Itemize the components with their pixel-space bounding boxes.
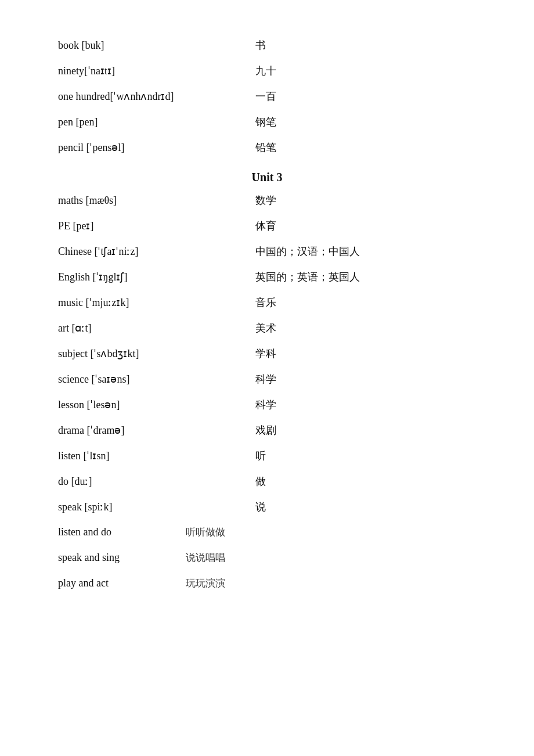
vocab-row: speak [spiːk]说 xyxy=(58,496,476,522)
vocab-row: pencil [ˈpensəl]铅笔 xyxy=(58,137,476,163)
vocab-row: music [ˈmjuːzɪk]音乐 xyxy=(58,292,476,318)
vocab-row: art [ɑːt]美术 xyxy=(58,318,476,343)
chinese-translation: 铅笔 xyxy=(255,141,276,154)
english-word: speak [spiːk] xyxy=(58,501,255,513)
vocab-row: listen and do听听做做 xyxy=(58,522,476,548)
chinese-translation: 书 xyxy=(255,38,266,52)
chinese-translation: 钢笔 xyxy=(255,115,276,129)
unit-header-label: Unit 3 xyxy=(252,171,283,184)
english-word: one hundred[ˈwʌnhʌndrɪd] xyxy=(58,90,255,103)
english-word: subject [ˈsʌbdʒɪkt] xyxy=(58,347,255,360)
english-word: pencil [ˈpensəl] xyxy=(58,141,255,154)
vocab-row: speak and sing说说唱唱 xyxy=(58,548,476,573)
vocab-row: subject [ˈsʌbdʒɪkt]学科 xyxy=(58,343,476,369)
chinese-translation: 音乐 xyxy=(255,296,276,309)
vocab-list: book [buk]书ninety[ˈnaɪtɪ]九十one hundred[ˈ… xyxy=(58,35,476,599)
english-word: maths [mæθs] xyxy=(58,195,255,207)
vocab-row: science [ˈsaɪəns]科学 xyxy=(58,369,476,394)
chinese-translation: 美术 xyxy=(255,321,276,335)
pinyin-text: 听听做做 xyxy=(186,525,255,539)
chinese-translation: 说 xyxy=(255,500,266,514)
chinese-translation: 数学 xyxy=(255,193,276,207)
vocab-row: listen [ˈlɪsn]听 xyxy=(58,445,476,471)
english-word: Chinese [ˈtʃaɪˈniːz] xyxy=(58,245,255,258)
pinyin-text: 说说唱唱 xyxy=(186,551,255,564)
chinese-translation: 听 xyxy=(255,449,266,463)
pinyin-text: 玩玩演演 xyxy=(186,577,255,590)
chinese-translation: 一百 xyxy=(255,89,276,103)
chinese-translation: 做 xyxy=(255,474,266,488)
english-word: lesson [ˈlesən] xyxy=(58,398,255,411)
english-word: ninety[ˈnaɪtɪ] xyxy=(58,64,255,77)
vocab-row: PE [peɪ]体育 xyxy=(58,215,476,241)
chinese-translation: 科学 xyxy=(255,398,276,412)
english-word: art [ɑːt] xyxy=(58,322,255,334)
chinese-translation: 科学 xyxy=(255,372,276,386)
english-word: book [buk] xyxy=(58,39,255,52)
vocab-row: pen [pen]钢笔 xyxy=(58,111,476,137)
english-word: listen and do xyxy=(58,526,186,538)
vocab-row: maths [mæθs]数学 xyxy=(58,190,476,215)
vocab-row: Chinese [ˈtʃaɪˈniːz]中国的；汉语；中国人 xyxy=(58,241,476,267)
chinese-translation: 学科 xyxy=(255,347,276,361)
chinese-translation: 中国的；汉语；中国人 xyxy=(255,244,360,258)
chinese-translation: 英国的；英语；英国人 xyxy=(255,270,360,284)
chinese-translation: 体育 xyxy=(255,219,276,233)
english-word: play and act xyxy=(58,577,186,589)
chinese-translation: 九十 xyxy=(255,64,276,78)
vocab-row: drama [ˈdramə]戏剧 xyxy=(58,420,476,445)
chinese-translation: 戏剧 xyxy=(255,423,276,437)
vocab-row: English [ˈɪŋglɪʃ]英国的；英语；英国人 xyxy=(58,267,476,292)
english-word: science [ˈsaɪəns] xyxy=(58,373,255,386)
english-word: PE [peɪ] xyxy=(58,219,255,232)
vocab-row: ninety[ˈnaɪtɪ]九十 xyxy=(58,60,476,86)
english-word: do [duː] xyxy=(58,475,255,488)
vocab-row: play and act玩玩演演 xyxy=(58,573,476,599)
english-word: music [ˈmjuːzɪk] xyxy=(58,296,255,309)
vocab-row: lesson [ˈlesən]科学 xyxy=(58,394,476,420)
vocab-row: one hundred[ˈwʌnhʌndrɪd]一百 xyxy=(58,86,476,111)
english-word: English [ˈɪŋglɪʃ] xyxy=(58,271,255,283)
english-word: speak and sing xyxy=(58,552,186,564)
english-word: pen [pen] xyxy=(58,116,255,128)
english-word: drama [ˈdramə] xyxy=(58,424,255,437)
vocab-row: book [buk]书 xyxy=(58,35,476,60)
vocab-row: do [duː]做 xyxy=(58,471,476,496)
vocab-row: Unit 3 xyxy=(58,163,476,190)
english-word: listen [ˈlɪsn] xyxy=(58,449,255,462)
